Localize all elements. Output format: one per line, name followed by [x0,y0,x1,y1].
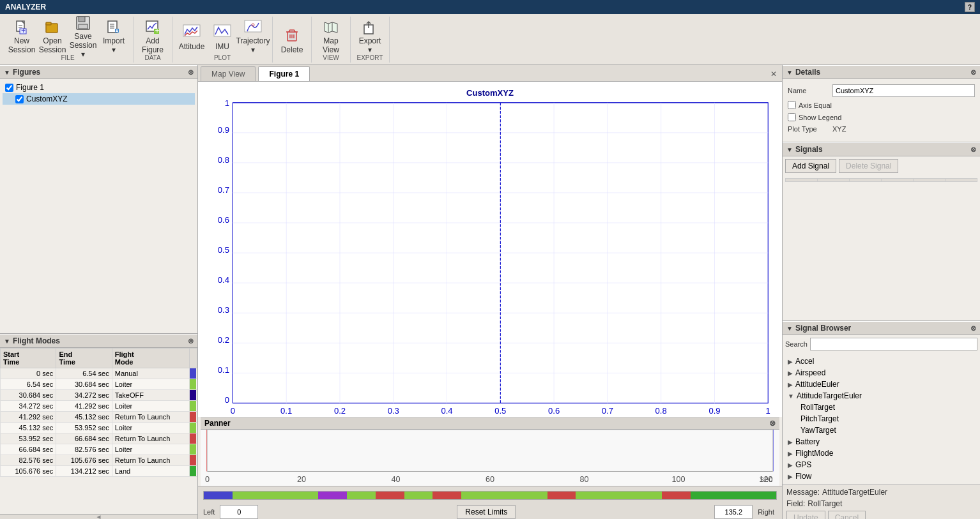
panner-header: Panner ⊗ [201,417,779,430]
trajectory-label: Trajectory ▾ [236,36,270,54]
show-legend-checkbox[interactable] [788,113,796,121]
signal-browser-arrow[interactable]: ▼ [786,325,793,332]
plot-group-label: PLOT [214,54,231,63]
figures-content: Figure 1 CustomXYZ [0,79,197,333]
sb-search: Search [783,335,980,353]
flight-modes-arrow[interactable]: ▼ [4,338,10,345]
tab-close-button[interactable]: ✕ [765,67,782,81]
right-panel: ▼ Details ⊗ Name Axis Equal Show Legend [782,65,980,519]
accel-arrow: ▶ [788,358,793,365]
custom-xyz-checkbox[interactable] [15,95,24,103]
yaw-target-label: YawTarget [800,426,836,435]
sb-yaw-target[interactable]: YawTarget [785,425,977,436]
sb-attitude-target-euler[interactable]: ▼ AttitudeTargetEuler [785,390,977,402]
sb-flow[interactable]: ▶ Flow [785,470,977,482]
add-signal-button[interactable]: Add Signal [785,159,836,173]
fm-start: 34.272 sec [1,401,56,412]
left-value-input[interactable] [220,505,258,519]
sb-airspeed[interactable]: ▶ Airspeed [785,367,977,379]
left-nav-label: Left [203,508,215,516]
delete-signal-button[interactable]: Delete Signal [839,159,898,173]
signal-browser-content: ▶ Accel ▶ Airspeed ▶ AttitudeEuler ▼ Att… [783,353,980,485]
map-view-label: MapView [323,36,339,54]
figure-1-checkbox[interactable] [5,84,13,92]
open-session-button[interactable]: OpenSession [38,20,66,54]
fm-end: 6.54 sec [56,368,112,379]
svg-text:0.2: 0.2 [218,335,229,345]
sb-gps[interactable]: ▶ GPS [785,459,977,470]
gps-label: GPS [795,460,811,469]
sb-attitude-euler[interactable]: ▶ AttitudeEuler [785,379,977,390]
svg-text:0.7: 0.7 [602,406,613,416]
flight-modes-panel: ▼ Flight Modes ⊗ StartTime EndTime Fligh… [0,333,197,514]
fm-color [190,412,197,423]
custom-xyz-item[interactable]: CustomXYZ [3,93,195,105]
svg-text:60: 60 [486,474,494,484]
file-group-label: FILE [61,54,74,63]
details-close[interactable]: ⊗ [970,68,976,77]
fm-color [190,433,197,444]
fm-color [190,444,197,455]
sb-flight-mode[interactable]: ▶ FlightMode [785,448,977,459]
name-input[interactable] [832,84,975,97]
fm-mode: Return To Launch [112,433,189,444]
figures-collapse-arrow[interactable]: ▼ [4,69,10,76]
signals-header: ▼ Signals ⊗ [783,142,980,156]
signals-arrow[interactable]: ▼ [786,146,793,153]
fm-mode: TakeOFF [112,390,189,401]
svg-rect-8 [79,17,85,22]
attitude-button[interactable]: Attitude [178,20,206,54]
sb-battery[interactable]: ▶ Battery [785,436,977,448]
signal-browser-header: ▼ Signal Browser ⊗ [783,321,980,335]
left-panel-scroll[interactable]: ◄ [96,513,102,519]
panner-close[interactable]: ⊗ [769,419,776,428]
flight-modes-title: Flight Modes [13,336,60,345]
tab-figure-1[interactable]: Figure 1 [258,66,310,81]
fm-color [190,455,197,466]
sb-roll-target[interactable]: RollTarget [785,402,977,413]
import-button[interactable]: Import ▾ [100,20,128,54]
right-value-input[interactable] [714,505,753,519]
fm-mode: Manual [112,368,189,379]
flight-modes-close[interactable]: ⊗ [188,337,194,345]
signals-close[interactable]: ⊗ [970,146,976,154]
sb-accel[interactable]: ▶ Accel [785,356,977,367]
signal-browser-close[interactable]: ⊗ [970,324,976,333]
reset-limits-button[interactable]: Reset Limits [457,505,516,519]
search-input[interactable] [810,338,977,350]
imu-button[interactable]: IMU [208,20,236,54]
table-row: 34.272 sec 41.292 sec Loiter [1,401,197,412]
fm-end: 45.132 sec [56,412,112,423]
details-arrow[interactable]: ▼ [786,69,793,76]
figures-panel-close[interactable]: ⊗ [188,68,194,77]
svg-text:0.6: 0.6 [218,215,229,225]
figure-1-item[interactable]: Figure 1 [3,82,195,93]
svg-text:0.9: 0.9 [218,125,229,135]
svg-rect-21 [214,25,231,36]
help-button[interactable]: ? [965,2,975,12]
search-label: Search [785,340,808,348]
trajectory-button[interactable]: Trajectory ▾ [239,20,267,54]
svg-text:sec: sec [760,474,773,484]
field-value: RollTarget [808,499,842,508]
svg-text:0.2: 0.2 [334,406,346,416]
save-session-button[interactable]: SaveSession ▾ [69,20,97,54]
update-button[interactable]: Update [786,511,825,519]
open-session-icon [43,20,61,35]
attitude-label: Attitude [179,42,205,51]
new-session-button[interactable]: + NewSession [8,20,36,54]
map-view-button[interactable]: MapView [317,20,345,54]
export-button[interactable]: Export ▾ [356,20,384,54]
flight-modes-table: StartTime EndTime FlightMode 0 sec 6.54 … [0,348,197,477]
export-group-label: EXPORT [357,54,383,63]
cancel-button[interactable]: Cancel [828,511,866,519]
delete-button[interactable]: Delete [278,23,306,57]
tab-map-view[interactable]: Map View [201,66,256,81]
add-figure-button[interactable]: + AddFigure [139,20,167,54]
panner-content[interactable]: 0 20 40 60 80 100 120 sec [201,430,779,485]
sb-pitch-target[interactable]: PitchTarget [785,413,977,425]
svg-rect-29 [289,30,295,32]
axis-equal-checkbox[interactable] [788,101,796,109]
table-row: 6.54 sec 30.684 sec Loiter [1,379,197,390]
roll-target-label: RollTarget [800,403,835,412]
